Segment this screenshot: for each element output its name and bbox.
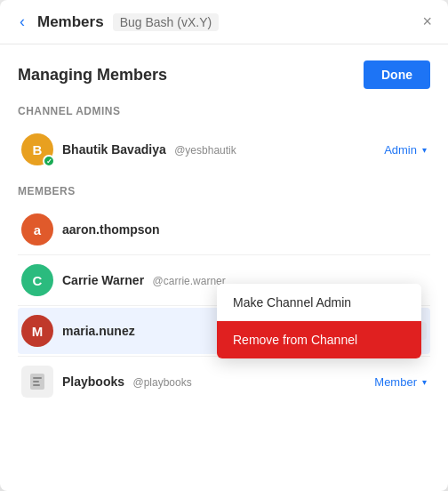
avatar-initial: B	[33, 142, 43, 157]
modal-header: ‹ Members Bug Bash (vX.Y) ×	[0, 0, 448, 44]
playbooks-icon	[21, 366, 53, 398]
member-name: Carrie Warner	[62, 273, 144, 287]
member-info: Bhautik Bavadiya @yesbhautik	[62, 141, 384, 157]
member-info: aaron.thompson	[62, 221, 427, 237]
channel-name: Bug Bash (vX.Y)	[113, 13, 220, 31]
admin-row: B Bhautik Bavadiya @yesbhautik Admin ▾	[18, 126, 430, 173]
admin-role-button[interactable]: Admin ▾	[384, 143, 427, 157]
chevron-down-icon: ▾	[422, 145, 427, 155]
avatar: C	[21, 264, 53, 296]
avatar-initial: a	[34, 222, 41, 237]
svg-rect-2	[33, 381, 39, 382]
member-handle: @playbooks	[132, 376, 191, 389]
modal-title: Members	[37, 13, 104, 31]
svg-rect-1	[33, 377, 42, 379]
list-item[interactable]: a aaron.thompson	[18, 206, 430, 253]
avatar: M	[21, 315, 53, 347]
list-item[interactable]: Playbooks @playbooks Member ▾	[18, 358, 430, 405]
chevron-down-icon: ▾	[422, 377, 427, 387]
managing-row: Managing Members Done	[18, 60, 430, 89]
member-info: Playbooks @playbooks	[62, 374, 374, 390]
divider	[18, 254, 430, 255]
svg-rect-3	[33, 384, 40, 386]
admin-badge	[43, 155, 55, 167]
members-section-label: MEMBERS	[18, 185, 430, 197]
close-button[interactable]: ×	[422, 12, 432, 31]
member-handle: @yesbhautik	[174, 144, 236, 157]
done-button[interactable]: Done	[364, 60, 430, 89]
members-section: MEMBERS a aaron.thompson C Carrie	[18, 185, 430, 405]
member-name: aaron.thompson	[62, 222, 160, 237]
context-menu: Make Channel Admin Remove from Channel	[217, 284, 421, 358]
back-button[interactable]: ‹	[16, 12, 28, 31]
avatar: a	[21, 213, 53, 246]
member-name: maria.nunez	[62, 324, 135, 338]
member-role-button[interactable]: Member ▾	[374, 375, 427, 389]
list-item[interactable]: C Carrie Warner @carrie.warner Make Chan…	[18, 257, 430, 303]
modal-body: Managing Members Done CHANNEL ADMINS B B…	[0, 44, 448, 421]
back-icon: ‹	[20, 12, 25, 31]
close-icon: ×	[422, 12, 432, 31]
avatar: B	[21, 133, 53, 165]
avatar-initial: C	[33, 273, 43, 288]
role-label: Admin	[384, 143, 417, 157]
member-name: Playbooks	[62, 374, 124, 389]
playbooks-svg	[28, 372, 47, 391]
avatar-initial: M	[32, 324, 44, 339]
make-admin-button[interactable]: Make Channel Admin	[217, 284, 421, 321]
remove-from-channel-button[interactable]: Remove from Channel	[217, 321, 421, 358]
role-label: Member	[374, 375, 417, 389]
admins-section-label: CHANNEL ADMINS	[18, 105, 430, 117]
modal: ‹ Members Bug Bash (vX.Y) × Managing Mem…	[0, 0, 448, 491]
managing-title: Managing Members	[18, 66, 167, 85]
member-name: Bhautik Bavadiya	[62, 142, 166, 157]
member-handle: @carrie.warner	[153, 275, 226, 287]
